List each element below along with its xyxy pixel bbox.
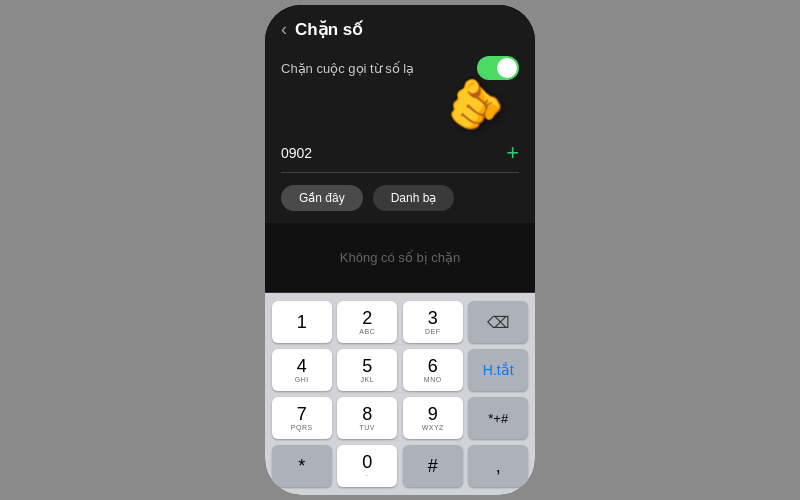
key-row-2: 4 GHI 5 JKL 6 MNO H.tắt: [269, 349, 531, 391]
tab-contacts[interactable]: Danh bạ: [373, 185, 455, 211]
special-chars-key[interactable]: *+#: [468, 397, 528, 439]
tab-row: Gần đây Danh bạ: [265, 173, 535, 223]
top-section: ‹ Chặn số Chặn cuộc gọi từ số lạ 🫵 + Gần…: [265, 5, 535, 223]
key-4[interactable]: 4 GHI: [272, 349, 332, 391]
add-number-button[interactable]: +: [506, 140, 519, 166]
tab-recent[interactable]: Gần đây: [281, 185, 363, 211]
key-6[interactable]: 6 MNO: [403, 349, 463, 391]
phone-number-input[interactable]: [281, 145, 506, 161]
phone-input-row[interactable]: +: [281, 140, 519, 173]
toggle-label: Chặn cuộc gọi từ số lạ: [281, 61, 414, 76]
empty-state: Không có số bị chặn: [265, 223, 535, 292]
key-row-3: 7 PQRS 8 TUV 9 WXYZ *+#: [269, 397, 531, 439]
header: ‹ Chặn số: [265, 5, 535, 50]
key-star[interactable]: *: [272, 445, 332, 487]
hide-key[interactable]: H.tắt: [468, 349, 528, 391]
backspace-key[interactable]: ⌫: [468, 301, 528, 343]
key-3[interactable]: 3 DEF: [403, 301, 463, 343]
key-8[interactable]: 8 TUV: [337, 397, 397, 439]
key-row-1: 1 2 ABC 3 DEF ⌫: [269, 301, 531, 343]
key-5[interactable]: 5 JKL: [337, 349, 397, 391]
key-2[interactable]: 2 ABC: [337, 301, 397, 343]
key-hash[interactable]: #: [403, 445, 463, 487]
hand-icon: 🫵: [441, 71, 510, 137]
key-row-4: * 0 · # ,: [269, 445, 531, 487]
empty-state-text: Không có số bị chặn: [340, 250, 460, 265]
key-comma[interactable]: ,: [468, 445, 528, 487]
key-7[interactable]: 7 PQRS: [272, 397, 332, 439]
key-1[interactable]: 1: [272, 301, 332, 343]
key-9[interactable]: 9 WXYZ: [403, 397, 463, 439]
back-button[interactable]: ‹: [281, 19, 287, 40]
page-title: Chặn số: [295, 19, 362, 40]
hand-illustration: 🫵: [265, 76, 535, 132]
key-0[interactable]: 0 ·: [337, 445, 397, 487]
numeric-keyboard: 1 2 ABC 3 DEF ⌫ 4 GHI 5 JKL: [265, 293, 535, 495]
phone-screen: ‹ Chặn số Chặn cuộc gọi từ số lạ 🫵 + Gần…: [265, 5, 535, 495]
